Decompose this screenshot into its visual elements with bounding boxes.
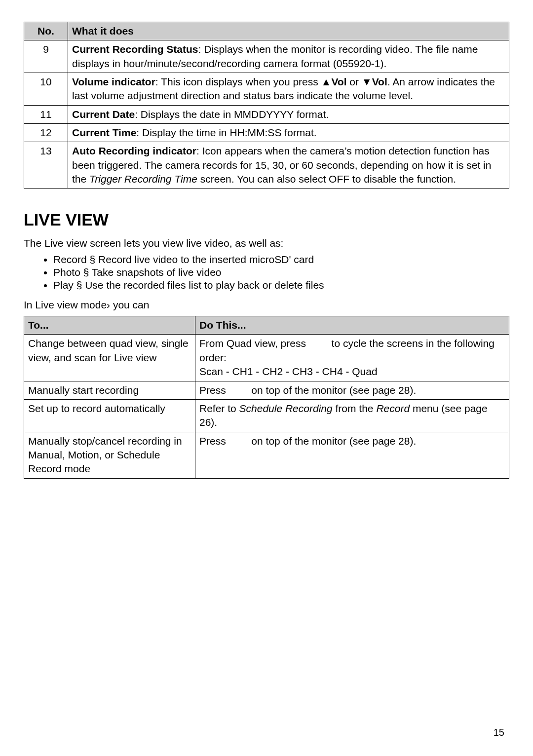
do-text-italic: Record <box>376 403 410 414</box>
table-row: Manually start recording Press on top of… <box>24 381 509 399</box>
table-row: Set up to record automatically Refer to … <box>24 399 509 432</box>
button-icon <box>309 340 329 349</box>
do-text: Scan - CH1 - CH2 - CH3 - CH4 - Quad <box>199 366 378 377</box>
list-item: Photo § Take snapshots of live video <box>53 266 509 278</box>
row-desc: Volume indicator: This icon displays whe… <box>68 73 509 106</box>
row-desc: Current Time: Display the time in HH:MM:… <box>68 124 509 142</box>
table-row: 11 Current Date: Displays the date in MM… <box>24 105 509 123</box>
row-label: Current Recording Status <box>72 43 198 55</box>
list-item: Play § Use the recorded files list to pl… <box>53 279 509 291</box>
vol-up-icon: ▲Vol <box>321 76 350 87</box>
record-button-icon <box>229 387 249 396</box>
table-row: 10 Volume indicator: This icon displays … <box>24 73 509 106</box>
cell-to: Manually start recording <box>24 381 195 399</box>
cell-do: Refer to Schedule Recording from the Rec… <box>195 399 509 432</box>
do-text: Press <box>199 384 229 396</box>
cell-do: From Quad view, press to cycle the scree… <box>195 335 509 381</box>
row-text: : Displays the date in MMDDYYYY format. <box>135 109 329 120</box>
cell-do: Press on top of the monitor (see page 28… <box>195 432 509 478</box>
row-text: : This icon displays when you press <box>155 76 321 87</box>
row-text: : Display the time in HH:MM:SS format. <box>136 127 316 138</box>
section-intro: The Live view screen lets you view live … <box>24 236 509 250</box>
row-label: Current Time <box>72 127 136 138</box>
feature-list: Record § Record live video to the insert… <box>24 254 509 291</box>
header-no: No. <box>24 22 68 40</box>
row-desc: Auto Recording indicator: Icon appears w… <box>68 142 509 189</box>
row-no: 9 <box>24 40 68 73</box>
table-header-row: To... Do This... <box>24 316 509 335</box>
row-text: or <box>349 76 362 87</box>
row-label: Auto Recording indicator <box>72 145 196 156</box>
do-text: on top of the monitor (see page 28). <box>249 384 417 396</box>
lead-in-text: In Live view mode› you can <box>24 298 509 312</box>
row-no: 13 <box>24 142 68 189</box>
table-row: Manually stop/cancel recording in Manual… <box>24 432 509 478</box>
do-text: Refer to <box>199 403 239 414</box>
cell-to: Set up to record automatically <box>24 399 195 432</box>
row-text: screen. You can also select OFF to disab… <box>197 173 456 185</box>
table-row: 12 Current Time: Display the time in HH:… <box>24 124 509 142</box>
section-heading: LIVE VIEW <box>24 210 509 229</box>
do-text: From Quad view, press <box>199 338 309 349</box>
vol-down-icon: ▼Vol <box>362 76 387 87</box>
row-desc: Current Date: Displays the date in MMDDY… <box>68 105 509 123</box>
page-number: 15 <box>494 727 504 738</box>
list-item: Record § Record live video to the insert… <box>53 254 509 265</box>
do-text: Press <box>199 435 229 447</box>
do-text: on top of the monitor (see page 28). <box>249 435 417 447</box>
row-label: Current Date <box>72 109 135 120</box>
table-row: Change between quad view, single view, a… <box>24 335 509 381</box>
cell-do: Press on top of the monitor (see page 28… <box>195 381 509 399</box>
row-label: Volume indicator <box>72 76 155 87</box>
row-no: 11 <box>24 105 68 123</box>
row-desc: Current Recording Status: Displays when … <box>68 40 509 73</box>
live-view-actions-table: To... Do This... Change between quad vie… <box>24 316 509 478</box>
row-no: 12 <box>24 124 68 142</box>
do-text-italic: Schedule Recording <box>239 403 333 414</box>
header-to: To... <box>24 316 195 335</box>
table-row: 13 Auto Recording indicator: Icon appear… <box>24 142 509 189</box>
table-row: 9 Current Recording Status: Displays whe… <box>24 40 509 73</box>
row-no: 10 <box>24 73 68 106</box>
header-what: What it does <box>68 22 509 40</box>
record-button-icon <box>229 438 249 447</box>
row-text-italic: Trigger Recording Time <box>89 173 197 185</box>
table-header-row: No. What it does <box>24 22 509 40</box>
cell-to: Manually stop/cancel recording in Manual… <box>24 432 195 478</box>
cell-to: Change between quad view, single view, a… <box>24 335 195 381</box>
header-do: Do This... <box>195 316 509 335</box>
do-text: from the <box>333 403 377 414</box>
icon-reference-table: No. What it does 9 Current Recording Sta… <box>24 22 509 189</box>
